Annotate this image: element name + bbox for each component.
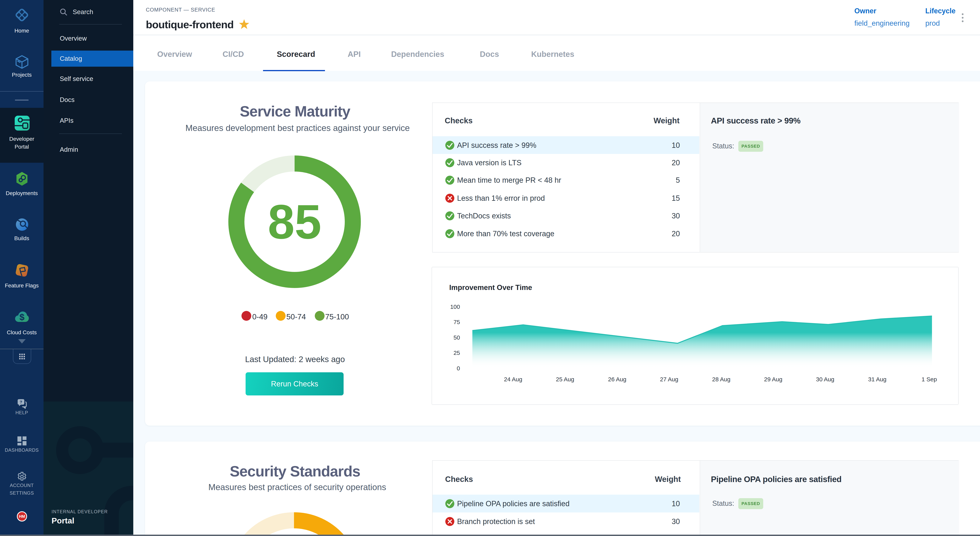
svg-text:24 Aug: 24 Aug: [504, 376, 522, 382]
svg-text:27 Aug: 27 Aug: [660, 376, 678, 382]
svg-text:30 Aug: 30 Aug: [816, 376, 834, 382]
svg-text:31 Aug: 31 Aug: [868, 376, 886, 382]
svg-text:?: ?: [20, 400, 22, 404]
svg-text:50: 50: [453, 334, 460, 341]
svg-text:85: 85: [268, 195, 321, 249]
svg-text:26 Aug: 26 Aug: [608, 376, 626, 382]
svg-text:28 Aug: 28 Aug: [712, 376, 730, 382]
svg-text:29 Aug: 29 Aug: [764, 376, 782, 382]
svg-text:1 Sep: 1 Sep: [921, 376, 937, 382]
svg-text:25 Aug: 25 Aug: [556, 376, 574, 382]
svg-text:25: 25: [453, 350, 460, 356]
svg-text:75: 75: [453, 319, 460, 325]
svg-text:0: 0: [457, 365, 460, 372]
svg-text:$: $: [19, 312, 24, 322]
svg-text:100: 100: [450, 304, 460, 310]
